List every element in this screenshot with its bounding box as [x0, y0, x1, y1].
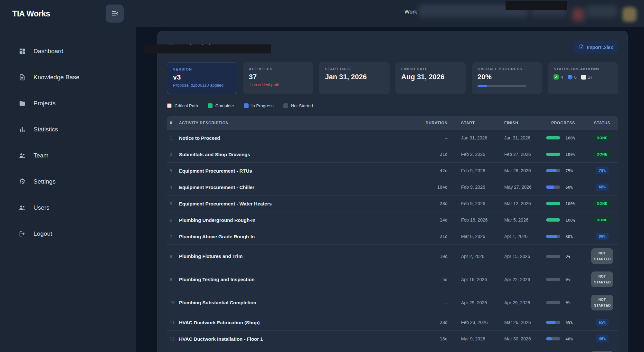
status-badge: 60% — [596, 184, 609, 191]
sidebar-item-projects[interactable]: Projects — [0, 90, 136, 116]
progress-percent: 100% — [565, 152, 575, 157]
status-cell: 80% — [586, 233, 618, 240]
sidebar-item-knowledge-base[interactable]: Knowledge Base — [0, 64, 136, 90]
finish-date-cell: Mar 30, 2026 — [494, 336, 538, 341]
duration-cell: 42d — [417, 168, 453, 173]
legend: Critical Path Complete In Progress Not S… — [167, 103, 618, 108]
col-duration: DURATION — [417, 121, 453, 125]
users-icon — [18, 204, 26, 212]
activity-description: Notice to Proceed — [179, 135, 417, 141]
duration-cell: 28d — [417, 320, 453, 325]
col-status: STATUS — [586, 121, 618, 125]
duration-cell: 10d — [417, 254, 453, 259]
progress-bar — [546, 202, 560, 205]
table-row[interactable]: 3 Equipment Procurement - RTUs 42d Feb 9… — [167, 162, 618, 179]
finish-date-card: FINISH DATE Aug 31, 2026 — [395, 62, 466, 94]
progress-cell: 80% — [538, 234, 586, 239]
status-cell: 40% — [586, 335, 618, 342]
redaction-bar-top — [506, 1, 567, 10]
import-xlsx-button[interactable]: Import .xlsx — [573, 41, 618, 53]
done-count: 4 — [561, 75, 563, 80]
app-title: TIA Works — [12, 9, 50, 18]
progress-percent: 75% — [565, 168, 573, 173]
table-row[interactable]: 2 Submittals and Shop Drawings 21d Feb 2… — [167, 146, 618, 162]
user-avatar-blurred[interactable] — [622, 7, 637, 22]
table-row[interactable]: 12 HVAC Ductwork Installation - Floor 1 … — [167, 330, 618, 347]
sidebar-item-users[interactable]: Users — [0, 195, 136, 221]
summary-cards: VERSION v3 Proposal d2b86110 applied ACT… — [167, 62, 618, 94]
progress-bar — [546, 321, 560, 324]
duration-cell: 14d — [417, 217, 453, 223]
table-row[interactable]: 11 HVAC Ductwork Fabrication (Shop) 28d … — [167, 314, 618, 330]
sidebar-item-settings[interactable]: ⚙ Settings — [0, 168, 136, 195]
table-row[interactable]: 1 Notice to Proceed – Jan 31, 2026 Jan 3… — [167, 129, 618, 146]
table-row[interactable]: 9 Plumbing Testing and Inspection 5d Apr… — [167, 268, 618, 291]
logout-icon — [18, 230, 26, 238]
progress-percent: 40% — [565, 337, 573, 341]
table-row[interactable]: 6 Plumbing Underground Rough-In 14d Feb … — [167, 212, 618, 228]
sidebar-item-label: Dashboard — [33, 48, 63, 55]
status-badge: 65% — [596, 319, 609, 326]
table-row[interactable]: 4 Equipment Procurement - Chiller 104d F… — [167, 179, 618, 195]
sidebar-item-statistics[interactable]: Statistics — [0, 116, 136, 142]
status-badge: NOT STARTED — [591, 295, 613, 310]
activity-description: Plumbing Substantial Completion — [179, 300, 417, 305]
progress-bar — [546, 278, 560, 281]
status-cell: 60% — [586, 184, 618, 191]
status-badge: NOT STARTED — [591, 351, 613, 352]
row-number: 4 — [167, 185, 179, 190]
not-started-swatch — [283, 103, 288, 108]
table-row[interactable]: 5 Equipment Procurement - Water Heaters … — [167, 195, 618, 212]
finish-date-cell: Mar 26, 2026 — [494, 168, 538, 173]
sidebar-item-logout[interactable]: Logout — [0, 221, 136, 247]
table-row[interactable]: 8 Plumbing Fixtures and Trim 10d Apr 2, … — [167, 244, 618, 268]
app-root: { "app": { "name": "TIA Works" }, "topba… — [0, 0, 644, 352]
status-breakdown-card: STATUS BREAKDOWN ✓ 4 6 27 — [548, 62, 618, 94]
start-date-card: START DATE Jan 31, 2026 — [319, 62, 390, 94]
blurred-nav-region — [587, 5, 617, 17]
table-row[interactable]: 7 Plumbing Above Grade Rough-In 21d Mar … — [167, 228, 618, 244]
status-badge: DONE — [593, 135, 611, 141]
row-number: 10 — [167, 300, 179, 305]
sidebar-item-label: Logout — [33, 230, 52, 237]
activities-card: ACTIVITIES 37 1 on critical path — [243, 62, 314, 94]
team-icon — [18, 152, 26, 159]
row-number: 5 — [167, 201, 179, 206]
sidebar-item-label: Statistics — [33, 126, 58, 133]
duration-cell: 104d — [417, 185, 453, 190]
sidebar-item-dashboard[interactable]: Dashboard — [0, 38, 136, 64]
finish-date-cell: Apr 15, 2026 — [494, 254, 538, 259]
legend-critical-path: Critical Path — [167, 103, 198, 108]
row-number: 3 — [167, 168, 179, 173]
status-cell: 75% — [586, 167, 618, 174]
status-badge: DONE — [593, 151, 611, 157]
start-date-cell: Feb 9, 2026 — [453, 168, 494, 173]
sidebar-item-team[interactable]: Team — [0, 142, 136, 168]
col-start: START — [453, 121, 494, 125]
legend-label: Not Started — [291, 103, 313, 108]
sidebar-logo-row: TIA Works — [0, 0, 136, 27]
status-cell: DONE — [586, 217, 618, 223]
progress-bar — [546, 301, 560, 304]
activity-description: Plumbing Fixtures and Trim — [179, 253, 417, 259]
in-progress-circle-icon — [568, 75, 573, 80]
card-label: STATUS BREAKDOWN — [554, 67, 612, 71]
table-row[interactable]: 10 Plumbing Substantial Completion – Apr… — [167, 291, 618, 314]
duration-cell: – — [417, 135, 453, 140]
status-badge: DONE — [593, 200, 611, 207]
finish-date-cell: Apr 22, 2026 — [494, 277, 538, 282]
activity-description: Plumbing Testing and Inspection — [179, 277, 417, 282]
duration-cell: 21d — [417, 152, 453, 157]
status-badge: NOT STARTED — [591, 248, 613, 264]
col-description: ACTIVITY DESCRIPTION — [179, 121, 417, 125]
row-number: 2 — [167, 152, 179, 157]
blurred-notification-badge — [572, 8, 584, 21]
bar-chart-icon — [18, 126, 26, 133]
progress-percent: 0% — [565, 277, 570, 282]
table-row[interactable]: NOT STARTED — [167, 347, 618, 352]
progress-bar — [546, 235, 560, 238]
critical-path-swatch — [167, 103, 172, 108]
sidebar-collapse-button[interactable] — [106, 5, 124, 23]
finish-date-cell: Apr 1, 2026 — [494, 234, 538, 239]
duration-cell: 28d — [417, 201, 453, 206]
